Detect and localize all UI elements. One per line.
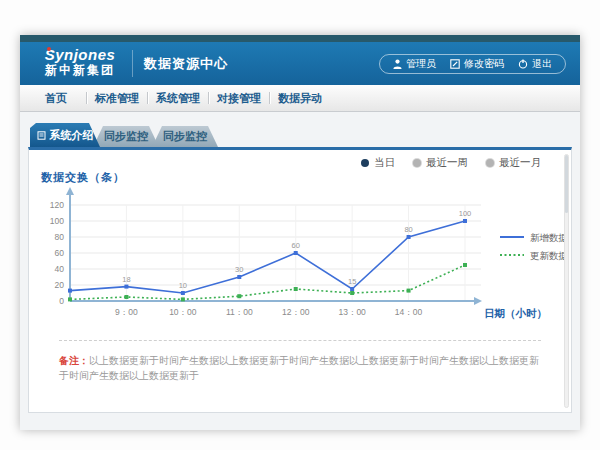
x-tick-label: 9：00: [115, 307, 138, 317]
chart-data-point[interactable]: [463, 263, 467, 267]
top-strip: [20, 35, 580, 42]
y-tick-label: 80: [55, 232, 65, 242]
data-point-label: 10: [179, 281, 187, 290]
data-point-label: 15: [348, 277, 356, 286]
chart-data-point[interactable]: [294, 251, 298, 255]
data-point-label: 30: [235, 265, 243, 274]
user-toolbar: 管理员 修改密码 退出: [379, 54, 566, 74]
scrollbar[interactable]: [564, 154, 569, 408]
nav-item-data-change[interactable]: 数据异动: [270, 91, 330, 106]
change-password-button[interactable]: 修改密码: [450, 57, 504, 71]
chart-data-point[interactable]: [463, 219, 467, 223]
x-tick-label: 10：00: [169, 307, 197, 317]
chart-data-point[interactable]: [124, 285, 128, 289]
nav-item-home[interactable]: 首页: [26, 91, 86, 106]
data-point-label: 18: [122, 275, 130, 284]
edit-icon: [450, 59, 460, 69]
chart-data-point[interactable]: [181, 297, 185, 301]
tabs-row: 系统介绍 同步监控 同步监控: [30, 123, 218, 147]
chart-data-point[interactable]: [294, 287, 298, 291]
tab-sync-monitor-1[interactable]: 同步监控: [93, 126, 159, 147]
radio-label: 最近一月: [499, 156, 541, 170]
logo-company: 新中新集团: [34, 63, 126, 78]
nav-item-system-mgmt[interactable]: 系统管理: [148, 91, 208, 106]
legend-item-0[interactable]: 新增数据: [530, 232, 568, 243]
logo-red-dot-icon: [47, 47, 51, 51]
y-tick-label: 60: [55, 248, 65, 258]
page-card: Synjones 新中新集团 数据资源中心 管理员: [20, 35, 580, 430]
scrollbar-thumb[interactable]: [565, 155, 568, 213]
radio-unselected-icon: [413, 159, 421, 167]
logo: Synjones 新中新集团: [34, 46, 126, 78]
radio-selected-icon: [361, 159, 369, 167]
radio-label: 最近一周: [426, 156, 468, 170]
data-point-label: 80: [404, 225, 412, 234]
radio-label: 当日: [374, 156, 395, 170]
radio-today[interactable]: 当日: [361, 156, 395, 170]
logout-label: 退出: [532, 57, 552, 71]
time-range-filter: 当日 最近一周 最近一月: [361, 156, 541, 170]
page-title: 数据资源中心: [144, 42, 228, 85]
app-header: Synjones 新中新集团 数据资源中心 管理员: [20, 42, 580, 85]
y-tick-label: 120: [50, 200, 64, 210]
legend-item-1[interactable]: 更新数据: [530, 250, 568, 261]
y-tick-label: 100: [50, 216, 64, 226]
data-point-label: 60: [292, 241, 300, 250]
content-panel: 当日 最近一周 最近一月 数据交换（条） 0204060801001209：00…: [28, 147, 572, 413]
document-icon: [37, 131, 46, 140]
chart-data-point[interactable]: [181, 291, 185, 295]
change-password-label: 修改密码: [464, 57, 504, 71]
logo-brand: Synjones: [34, 46, 126, 63]
chart-data-point[interactable]: [350, 291, 354, 295]
radio-unselected-icon: [486, 159, 494, 167]
x-tick-label: 11：00: [226, 307, 253, 317]
tab-label: 系统介绍: [50, 128, 94, 143]
chart-data-point[interactable]: [407, 235, 411, 239]
screenshot-canvas: Synjones 新中新集团 数据资源中心 管理员: [0, 0, 600, 450]
tab-label: 同步监控: [104, 129, 148, 144]
footnote-text: 以上数据更新于时间产生数据以上数据更新于时间产生数据以上数据更新于时间产生数据以…: [59, 355, 539, 381]
user-icon: [393, 59, 402, 69]
x-tick-label: 12：00: [282, 307, 310, 317]
chart-x-axis-title: 日期（小时）: [484, 307, 547, 320]
x-axis-arrow-icon: [474, 297, 482, 305]
power-icon: [518, 59, 528, 69]
header-divider: [132, 50, 133, 77]
data-point-label: 100: [459, 209, 472, 218]
radio-last-week[interactable]: 最近一周: [413, 156, 468, 170]
user-menu[interactable]: 管理员: [393, 57, 436, 71]
chart-data-point[interactable]: [68, 297, 72, 301]
dashed-divider: [59, 340, 541, 341]
chart-data-point[interactable]: [407, 289, 411, 293]
y-tick-label: 0: [59, 296, 64, 306]
y-tick-label: 20: [55, 280, 65, 290]
tab-sync-monitor-2[interactable]: 同步监控: [152, 126, 218, 147]
x-tick-label: 13：00: [338, 307, 366, 317]
nav-item-interface-mgmt[interactable]: 对接管理: [209, 91, 269, 106]
chart-y-axis-title: 数据交换（条）: [41, 170, 125, 185]
footnote: 备注：以上数据更新于时间产生数据以上数据更新于时间产生数据以上数据更新于时间产生…: [59, 353, 541, 383]
nav-item-standard-mgmt[interactable]: 标准管理: [87, 91, 147, 106]
line-chart: 0204060801001209：0010：0011：0012：0013：001…: [29, 186, 573, 338]
chart-data-point[interactable]: [237, 275, 241, 279]
tab-system-intro[interactable]: 系统介绍: [30, 123, 100, 147]
chart-data-point[interactable]: [350, 287, 354, 291]
main-nav: 首页 标准管理 系统管理 对接管理 数据异动: [20, 85, 580, 112]
x-tick-label: 14：00: [395, 307, 423, 317]
y-tick-label: 40: [55, 264, 65, 274]
chart-data-point[interactable]: [68, 289, 72, 293]
logo-brand-text: Synjones: [45, 46, 116, 63]
y-axis-arrow-icon: [66, 187, 74, 195]
tab-label: 同步监控: [163, 129, 207, 144]
user-name: 管理员: [406, 57, 436, 71]
chart-data-point[interactable]: [124, 295, 128, 299]
footnote-label: 备注：: [59, 355, 89, 366]
radio-last-month[interactable]: 最近一月: [486, 156, 541, 170]
chart-data-point[interactable]: [237, 294, 241, 298]
logout-button[interactable]: 退出: [518, 57, 552, 71]
